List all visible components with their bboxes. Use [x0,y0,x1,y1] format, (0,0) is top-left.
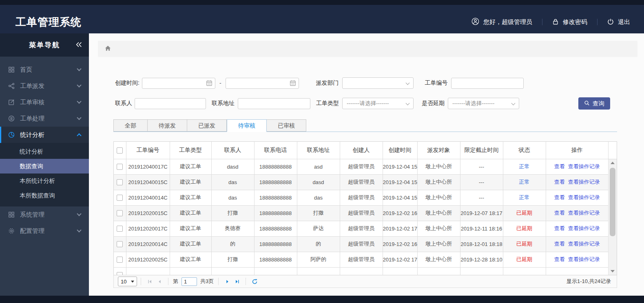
row-checkbox[interactable] [117,179,123,185]
sidebar-subitem[interactable]: 统计分析 [0,144,89,159]
pagination-divider [218,278,219,285]
create-time-to-input[interactable] [226,78,299,89]
cell-status: 正常 [503,174,546,190]
view-link[interactable]: 查看 [554,194,565,200]
calendar-icon[interactable] [206,80,212,88]
view-log-link[interactable]: 查看操作记录 [568,179,600,185]
sidebar: 菜单导航 首页工单派发工单审核工单处理统计分析统计分析数据查询本所统计分析本所数… [0,33,89,296]
cell-address: 阿萨的 [297,252,340,267]
view-log-link[interactable]: 查看操作记录 [568,241,600,247]
view-link[interactable]: 查看 [554,256,565,262]
scroll-up-arrow[interactable] [611,162,615,164]
sidebar-item-2[interactable]: 工单派发 [0,78,89,94]
dispatch-dept-select[interactable] [342,77,414,89]
row-checkbox[interactable] [117,210,123,216]
row-checkbox[interactable] [117,164,123,170]
tab-2[interactable]: 待派发 [148,119,187,132]
cell-actions: 查看查看操作记录 [546,174,608,190]
page-size-select[interactable]: 10 [118,277,137,286]
sidebar-menu: 首页工单派发工单审核工单处理统计分析统计分析数据查询本所统计分析本所数据查询系统… [0,57,89,239]
order-type-select[interactable]: -------请选择------- [342,98,414,109]
row-checkbox[interactable] [117,195,123,201]
sidebar-item-7[interactable]: 配置管理 [0,223,89,239]
page-number-input[interactable] [181,277,197,286]
grid-icon [8,66,15,73]
chevron-down-icon [77,83,81,87]
cell-type: 建议工单 [170,252,211,267]
sidebar-item-5[interactable]: 统计分析 [0,127,89,143]
last-page-button[interactable] [232,277,242,286]
cell-creator: 超级管理员 [340,159,383,174]
home-icon[interactable] [104,45,111,53]
first-page-button[interactable] [145,277,155,286]
address-input[interactable] [238,98,310,109]
sidebar-item-3[interactable]: 工单审核 [0,94,89,110]
sidebar-item-6[interactable]: 系统管理 [0,206,89,223]
sidebar-subitem[interactable]: 数据查询 [0,159,89,173]
search-button[interactable]: 查询 [578,97,610,110]
view-link[interactable]: 查看 [554,241,565,247]
total-pages-label: 共3页 [200,278,214,285]
sidebar-item-4[interactable]: 工单处理 [0,110,89,127]
column-header-4: 联系电话 [254,142,297,159]
sidebar-item-1[interactable]: 首页 [0,61,89,78]
view-log-link[interactable]: 查看操作记录 [568,163,600,169]
date-range-separator: - [219,80,221,86]
vertical-scrollbar[interactable] [608,159,617,275]
row-checkbox-cell [114,221,126,236]
tab-3[interactable]: 已派发 [187,119,227,132]
calendar-icon[interactable] [290,80,296,88]
view-link[interactable]: 查看 [554,210,565,216]
chevron-down-icon [77,228,81,232]
cell-phone: 18888888888 [254,236,297,252]
sidebar-subitem[interactable]: 本所数据查询 [0,188,89,203]
row-checkbox[interactable] [117,226,123,232]
contact-input[interactable] [135,98,206,109]
view-log-link[interactable]: 查看操作记录 [568,225,600,231]
cell-address: 的 [297,236,340,252]
cell-creator: 超级管理员 [340,190,383,205]
view-log-link[interactable]: 查看操作记录 [568,256,600,262]
sidebar-subitem[interactable]: 本所统计分析 [0,173,89,188]
prev-page-button[interactable] [155,277,164,286]
view-log-link[interactable]: 查看操作记录 [568,210,600,216]
tab-5[interactable]: 已审核 [267,119,306,132]
next-page-button[interactable] [222,277,232,286]
pie-chart-icon [8,132,15,138]
table-row: 201912020015C建议工单打撒18888888888打撒超级管理员201… [114,205,608,221]
row-checkbox[interactable] [117,272,123,275]
row-checkbox[interactable] [117,257,123,263]
select-value: -------请选择------- [347,100,389,107]
change-password-button[interactable]: 修改密码 [552,18,587,26]
pagination-divider [168,278,168,285]
row-checkbox[interactable] [117,241,123,247]
sidebar-item-label: 系统管理 [20,211,44,219]
refresh-button[interactable] [250,277,259,286]
delay-label: 是否延期 [422,100,445,107]
scroll-thumb[interactable] [610,168,615,236]
user-greeting[interactable]: 您好，超级管理员 [471,18,532,26]
scroll-down-arrow[interactable] [611,270,615,272]
select-all-checkbox[interactable] [117,147,123,154]
order-no-input[interactable] [451,78,524,89]
cell-contact: das [211,174,254,190]
cell-created: 2019-12-04 15 [383,174,417,190]
gear-icon [8,228,15,235]
delay-select[interactable]: -------请选择------- [448,98,519,109]
view-link[interactable]: 查看 [554,163,565,169]
view-log-link[interactable]: 查看操作记录 [568,194,600,200]
page: 工单管理系统 您好，超级管理员 修改密码 退出 菜单导航 首页工单派 [0,0,644,303]
tab-1[interactable]: 全部 [113,119,148,132]
tab-4[interactable]: 待审核 [227,119,267,132]
column-header-10: 状态 [503,142,546,159]
logout-button[interactable]: 退出 [607,18,630,26]
view-link[interactable]: 查看 [554,179,565,185]
select-value: -------请选择------- [452,100,494,107]
collapse-sidebar-button[interactable] [75,42,82,48]
chevron-down-icon [405,81,409,85]
header-divider [597,19,598,25]
create-time-from-input[interactable] [142,78,215,89]
address-label: 联系地址 [212,100,235,107]
view-link[interactable]: 查看 [554,225,565,231]
app-title: 工单管理系统 [15,15,82,29]
